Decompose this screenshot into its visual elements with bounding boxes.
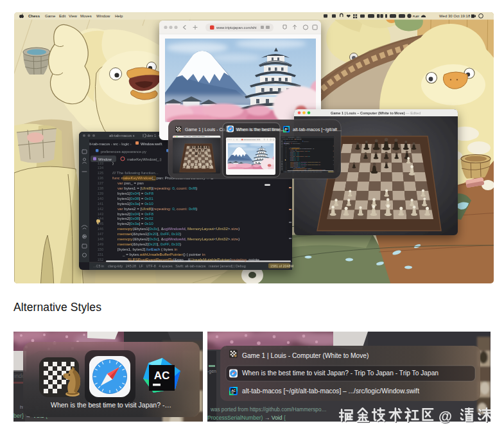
svg-text:alt-tab-macos [~/git/alt…: alt-tab-macos [~/git/alt… [293,127,342,132]
svg-text:@: @ [439,409,452,424]
svg-text:ProcessSerialNumber) → Void {: ProcessSerialNumber) → Void { [207,415,286,421]
svg-text:When is the best time to visit: When is the best time to visit Japan? -… [51,401,171,409]
svg-text:When is the best time to visit: When is the best time to visit Japan? - … [242,370,439,377]
svg-text:alt-tab-macos [~/git/alt-tab-m: alt-tab-macos [~/git/alt-tab-macos] – ..… [242,388,419,395]
svg-text:Game 1 | Louis - Computer (W: Game 1 | Louis - Computer (White to Move… [242,352,369,359]
svg-text:When is the best time…: When is the best time… [236,127,285,132]
svg-text:was ported from https://github: was ported from https://github.com/Hamme… [210,407,327,413]
svg-text:-gen: -gen [207,369,216,374]
